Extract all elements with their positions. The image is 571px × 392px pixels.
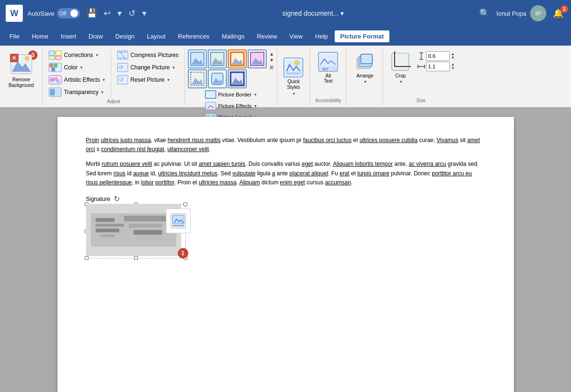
remove-background-button[interactable]: 3 ✕ Remove Background bbox=[5, 50, 38, 90]
color-button[interactable]: Color ▾ bbox=[47, 62, 107, 73]
menu-item-picture-format[interactable]: Picture Format bbox=[335, 30, 390, 42]
handle-bm[interactable] bbox=[134, 256, 138, 260]
size-group-label: Size bbox=[416, 97, 426, 103]
transparency-button[interactable]: Transparency ▾ bbox=[47, 86, 107, 98]
style-thumb-2[interactable] bbox=[208, 49, 227, 68]
style-thumbnails bbox=[188, 49, 267, 88]
change-picture-button[interactable]: ⟳ Change Picture ▾ bbox=[115, 62, 180, 73]
menu-item-references[interactable]: References bbox=[172, 30, 215, 42]
signature-image-area[interactable]: 1 bbox=[86, 204, 191, 261]
svg-rect-5 bbox=[49, 51, 55, 56]
save-icon[interactable]: 💾 bbox=[85, 6, 99, 20]
menu-item-insert[interactable]: Insert bbox=[55, 30, 82, 42]
crop-button[interactable]: Crop ▾ bbox=[387, 49, 414, 86]
ribbon-group-size: Crop ▾ ▲ ▼ bbox=[383, 48, 458, 105]
quick-styles-section: Quick Styles ▾ bbox=[280, 55, 307, 98]
quick-styles-button[interactable]: Quick Styles ▾ bbox=[280, 55, 307, 98]
svg-text:ALT: ALT bbox=[322, 67, 329, 71]
style-thumb-6[interactable] bbox=[208, 69, 227, 88]
badge-1: 1 bbox=[178, 248, 188, 258]
toolbar-icons: 💾 ↩ ▾ ↺ ▾ bbox=[85, 6, 148, 20]
menu-item-home[interactable]: Home bbox=[26, 30, 54, 42]
compress-label: Compress Pictures bbox=[130, 52, 178, 58]
picture-effects-arrow[interactable]: ▾ bbox=[254, 104, 257, 108]
transparency-icon bbox=[48, 87, 62, 97]
picture-effects-label: Picture Effects bbox=[218, 103, 252, 109]
quick-styles-arrow[interactable]: ▾ bbox=[293, 91, 295, 96]
corrections-button[interactable]: Corrections ▾ bbox=[47, 49, 107, 61]
compress-pictures-button[interactable]: Compress Pictures bbox=[115, 49, 180, 61]
width-down[interactable]: ▼ bbox=[451, 67, 455, 70]
artistic-effects-button[interactable]: Artistic Effects ▾ bbox=[47, 74, 107, 86]
reset-picture-label: Reset Picture bbox=[130, 76, 165, 83]
more-commands-icon[interactable]: ▾ bbox=[140, 6, 148, 20]
menu-item-view[interactable]: View bbox=[284, 30, 309, 42]
corrections-dropdown-arrow[interactable]: ▾ bbox=[96, 53, 98, 57]
height-input[interactable] bbox=[426, 51, 450, 61]
notification-badge: 2 bbox=[561, 5, 568, 13]
arrange-button[interactable]: Arrange ▾ bbox=[350, 49, 379, 86]
undo-icon[interactable]: ↩ bbox=[102, 6, 113, 20]
adjust-stack2: Compress Pictures ⟳ Change Picture ▾ ↺ R bbox=[115, 49, 180, 86]
reset-picture-button[interactable]: ↺ Reset Picture ▾ bbox=[115, 74, 180, 86]
change-picture-dropdown-arrow[interactable]: ▾ bbox=[173, 65, 175, 70]
notification-area[interactable]: 🔔 2 bbox=[551, 8, 565, 19]
style-more[interactable]: ⊞ bbox=[270, 65, 274, 70]
word-app-icon: W bbox=[6, 5, 23, 22]
style-thumb-5[interactable] bbox=[188, 69, 207, 88]
style-thumb-4[interactable] bbox=[248, 49, 267, 68]
transparency-dropdown-arrow[interactable]: ▾ bbox=[101, 90, 104, 95]
artistic-effects-dropdown-arrow[interactable]: ▾ bbox=[103, 77, 105, 82]
signature-label: Signature bbox=[86, 196, 110, 202]
ribbon-group-picture-styles: ▲ ▼ ⊞ Picture Border ▾ bbox=[185, 48, 278, 105]
height-down[interactable]: ▼ bbox=[451, 56, 455, 60]
page-text: Proin ultrices justo massa, vitae hendre… bbox=[86, 136, 485, 261]
height-icon bbox=[417, 52, 425, 60]
corrections-icon bbox=[48, 50, 62, 60]
menu-item-draw[interactable]: Draw bbox=[83, 30, 108, 42]
reset-picture-dropdown-arrow[interactable]: ▾ bbox=[167, 77, 170, 82]
picture-border-arrow[interactable]: ▾ bbox=[254, 92, 257, 97]
width-input-row: ▲ ▼ bbox=[417, 62, 455, 71]
handle-tr[interactable] bbox=[184, 202, 187, 206]
svg-rect-75 bbox=[129, 224, 162, 228]
artistic-effects-icon bbox=[48, 75, 62, 85]
adjust-group-label: Adjust bbox=[107, 98, 120, 104]
style-scroll-down[interactable]: ▼ bbox=[270, 57, 274, 63]
picture-effects-button[interactable]: Picture Effects ▾ bbox=[203, 101, 259, 111]
alt-text-button[interactable]: ALT Alt Text bbox=[314, 49, 342, 86]
menu-item-file[interactable]: File bbox=[4, 30, 25, 42]
svg-rect-76 bbox=[134, 230, 162, 235]
width-input[interactable] bbox=[426, 62, 450, 71]
picture-border-icon bbox=[205, 90, 216, 99]
style-thumb-1[interactable] bbox=[188, 49, 207, 68]
menu-item-layout[interactable]: Layout bbox=[141, 30, 171, 42]
style-thumb-7[interactable] bbox=[228, 69, 247, 88]
crop-arrow[interactable]: ▾ bbox=[400, 79, 402, 84]
search-icon[interactable]: 🔍 bbox=[477, 6, 492, 20]
arrange-icon bbox=[354, 51, 375, 72]
adjust-divider bbox=[111, 49, 111, 98]
style-scroll-up[interactable]: ▲ bbox=[270, 51, 274, 57]
arrange-arrow[interactable]: ▾ bbox=[364, 79, 367, 84]
menu-item-design[interactable]: Design bbox=[110, 30, 140, 42]
style-scroll-arrows: ▲ ▼ ⊞ bbox=[270, 51, 274, 70]
handle-bl[interactable] bbox=[85, 256, 88, 260]
color-dropdown-arrow[interactable]: ▾ bbox=[80, 65, 83, 70]
redo-icon[interactable]: ↺ bbox=[126, 6, 137, 20]
rotate-handle[interactable]: ↻ bbox=[114, 193, 120, 205]
svg-point-14 bbox=[50, 77, 55, 82]
remove-bg-icon: ✕ bbox=[10, 54, 33, 75]
svg-rect-11 bbox=[54, 64, 58, 67]
ribbon-group-quick-accessibility: Quick Styles ▾ bbox=[277, 48, 310, 105]
undo-arrow-icon[interactable]: ▾ bbox=[116, 6, 124, 20]
autosave-toggle[interactable]: Off bbox=[57, 8, 80, 19]
svg-text:⟳: ⟳ bbox=[119, 64, 124, 71]
picture-border-button[interactable]: Picture Border ▾ bbox=[203, 89, 259, 100]
menu-item-help[interactable]: Help bbox=[310, 30, 334, 42]
change-picture-icon: ⟳ bbox=[117, 63, 128, 72]
menu-item-review[interactable]: Review bbox=[251, 30, 283, 42]
menu-item-mailings[interactable]: Mailings bbox=[216, 30, 251, 42]
toggle-circle bbox=[70, 10, 78, 17]
style-thumb-3[interactable] bbox=[228, 49, 247, 68]
